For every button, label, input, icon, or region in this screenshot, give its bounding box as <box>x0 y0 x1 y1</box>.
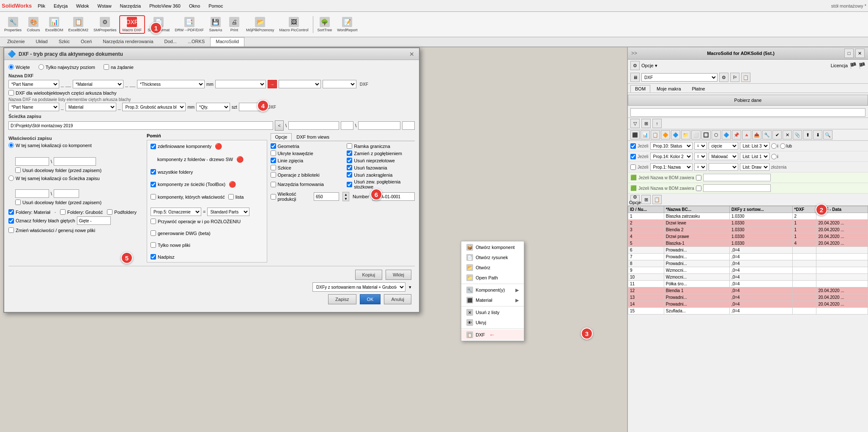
toolbar-wordreport[interactable]: 📝 WordReport <box>334 16 360 33</box>
toolbar-mojplik[interactable]: 📂 MójPlikPrzenosy <box>244 16 277 33</box>
panel-settings-btn[interactable]: ⚙ <box>630 61 640 70</box>
table-row[interactable]: 9 Wzmocni... ,0=4 <box>628 267 868 274</box>
toolbar-macro-dxf[interactable]: DXF Macro DXF <box>119 15 145 34</box>
table-row[interactable]: 13 Prowadni... ,0=4 20.04.2020 ... <box>628 294 868 301</box>
tb-btn-3[interactable]: 📋 <box>651 130 660 139</box>
filter2-eq[interactable]: = <box>694 153 707 160</box>
opt-linie[interactable]: Linie zgięcia <box>271 157 339 164</box>
tb-btn-5[interactable]: 🔷 <box>671 130 680 139</box>
tb-btn-11[interactable]: 📌 <box>732 130 741 139</box>
dxf-combo[interactable]: DXF <box>641 73 717 82</box>
filter1-prop[interactable]: Prop.10: Status <box>650 142 693 150</box>
tab-ocen[interactable]: Oceń <box>75 37 97 46</box>
menu-plik[interactable]: Plik <box>35 3 48 9</box>
toolbar-print[interactable]: 🖨 Print <box>225 16 244 33</box>
extra-select3[interactable] <box>323 80 356 88</box>
panel-tab-makra[interactable]: Moje makra <box>652 85 685 93</box>
filter3-eq[interactable]: = <box>694 163 707 171</box>
table-row[interactable]: 15 Szuflada... ,0=4 <box>628 308 868 314</box>
toolbar-smproperties[interactable]: ⚙ SMProperties <box>91 16 119 33</box>
doc-folder-input2[interactable] <box>54 189 79 198</box>
folder-grub-check[interactable]: Foldery: Grubość <box>60 209 103 215</box>
filter2-check[interactable] <box>630 154 636 159</box>
tb-btn-7[interactable]: ⬜ <box>691 130 701 139</box>
generowanie-dwg-check[interactable]: generowanie DWG (beta) <box>151 230 263 236</box>
folder-material-check[interactable]: Foldery: Materiał <box>8 209 50 215</box>
opt-ukryte[interactable]: Ukryte krawędzie <box>271 150 339 156</box>
tb-btn-17[interactable]: 📎 <box>793 130 802 139</box>
menu-pomoc[interactable]: Pomoc <box>206 3 225 9</box>
bom-filter2-check[interactable] <box>696 186 701 191</box>
filter1-list[interactable]: List: List 3 <box>740 142 769 150</box>
pomin-zdefiniowane-icon[interactable]: 🔴 <box>215 143 222 150</box>
toolbar-sorttree[interactable]: 🌳 SortTree <box>315 16 335 33</box>
ctx-usun[interactable]: ✕ Usuń z listy <box>461 307 524 317</box>
panel-maximize-btn[interactable]: □ <box>844 49 854 58</box>
tb-btn-9[interactable]: ⬡ <box>712 130 721 139</box>
tb-btn-8[interactable]: 🔲 <box>701 130 711 139</box>
value-select[interactable]: Standard Parts <box>207 208 249 216</box>
wielkosc-input[interactable] <box>314 192 339 201</box>
oznacz-giete-check[interactable]: Oznacz foldery blach giętych <box>8 218 75 224</box>
table-row[interactable]: 14 Prowadni... ,0=4 20.04.2020 ... <box>628 301 868 308</box>
tylko-nowe-check[interactable]: Tylko nowe pliki <box>151 242 263 248</box>
bom-filter1-check[interactable] <box>696 175 701 180</box>
sort-select[interactable]: DXFy z sortowaniem na Materiał + Grubość <box>312 282 405 292</box>
radio-same-as-path[interactable]: W tej samej lokalizacji co Ścieżka zapis… <box>8 175 142 181</box>
filter1-val[interactable]: cięcie <box>709 142 738 150</box>
table-row[interactable]: 5 Blaszka-1 1.0330 4 20.04.2020 ... <box>628 240 868 247</box>
extra-select1[interactable] <box>215 80 266 88</box>
tb-btn-20[interactable]: 🔍 <box>823 130 832 139</box>
table-row[interactable]: 2 Drzwi lewe 1.0330 1 20.04.2020 ... <box>628 220 868 227</box>
lista-check[interactable]: lista <box>228 194 244 200</box>
checkbox-wieloobjektowe[interactable]: DXF dla wieloobjektowych części arkusza … <box>8 90 116 96</box>
thickness-select[interactable]: *Thickness <box>137 80 205 88</box>
bom-filter2-input[interactable] <box>703 184 771 192</box>
lista-extra[interactable] <box>239 103 264 111</box>
pomin-toolbox-icon[interactable]: 🔴 <box>229 181 236 188</box>
lista-material[interactable]: Material <box>66 103 116 111</box>
lista-qty[interactable]: *Qty. <box>196 103 230 111</box>
copy-button[interactable]: Kopiuj <box>355 270 383 280</box>
filter2-prop[interactable]: Prop.14: Kolor 2 <box>650 153 693 160</box>
pomin-wszystkie[interactable]: wszystkie foldery <box>151 169 263 175</box>
pomin-wlasciwosc[interactable]: komponenty, których właściwość lista <box>151 194 263 200</box>
toolbar-properties[interactable]: 🔧 Properties <box>2 16 24 33</box>
nadpisz-check[interactable]: Nadpisz <box>151 254 263 260</box>
lista-grub[interactable]: Prop.3: Grubość arkusza bl ... <box>122 103 186 111</box>
col-id[interactable]: ID / Nu... <box>628 206 664 213</box>
opt-zamien[interactable]: Zamień z pogłębieniem <box>347 150 415 156</box>
filter2-list[interactable]: List: List 1 <box>740 153 769 160</box>
toolbar-excelbom2[interactable]: 📋 ExcelBOM2 <box>66 16 91 33</box>
filter3-val[interactable] <box>709 163 738 171</box>
paste-button[interactable]: Wklej <box>386 270 411 280</box>
panel-settings2-btn[interactable]: ⚙ <box>719 73 728 82</box>
filter-icon-btn[interactable]: ▽ <box>630 119 640 128</box>
pomin-foldery-icon[interactable]: 🔴 <box>236 156 244 163</box>
pomin-toolbox[interactable]: komponenty ze ścieżki (ToolBox) 🔴 <box>151 181 263 188</box>
toolbar-colours[interactable]: 🎨 Colours <box>24 16 43 33</box>
filter3-list[interactable]: List: DrawnBy <box>740 163 769 171</box>
table-row[interactable]: 11 Półka śro... ,0=4 <box>628 281 868 287</box>
opcje-dropdown[interactable]: Opcje ▾ <box>641 63 657 68</box>
giete-value-input[interactable] <box>77 216 111 225</box>
doc-folder-input1[interactable] <box>15 189 49 198</box>
path-sub3[interactable] <box>358 121 400 130</box>
col-dxf[interactable]: *DXF <box>792 206 816 213</box>
search-input[interactable] <box>630 108 865 117</box>
panel-close-btn[interactable]: ✕ <box>855 49 865 58</box>
filter1-radio-lub[interactable]: lub <box>780 143 792 149</box>
panel-expand-icon[interactable]: >> <box>631 50 637 56</box>
ctx-material[interactable]: ⬛ Materiał ▶ <box>461 295 524 305</box>
spin-up[interactable]: ▲ <box>343 192 349 197</box>
opt-operacje[interactable]: Operacje z biblioteki <box>271 172 339 178</box>
filter2-radio-i[interactable]: i <box>771 154 778 159</box>
table-options-btn[interactable]: ⚙ Opcje <box>630 195 640 204</box>
tab-dod[interactable]: Dod... <box>159 37 182 46</box>
ctx-ukryj[interactable]: 👁 Ukryj <box>461 317 524 328</box>
dxf-folder-input2[interactable] <box>54 157 96 166</box>
add-field-button[interactable]: → <box>268 80 277 88</box>
opt-narzedzia[interactable]: Narzędzia formowania <box>271 179 339 190</box>
tab-uklad[interactable]: Układ <box>30 37 53 46</box>
opt-tab-dxf-views[interactable]: DXF from views <box>292 133 334 141</box>
